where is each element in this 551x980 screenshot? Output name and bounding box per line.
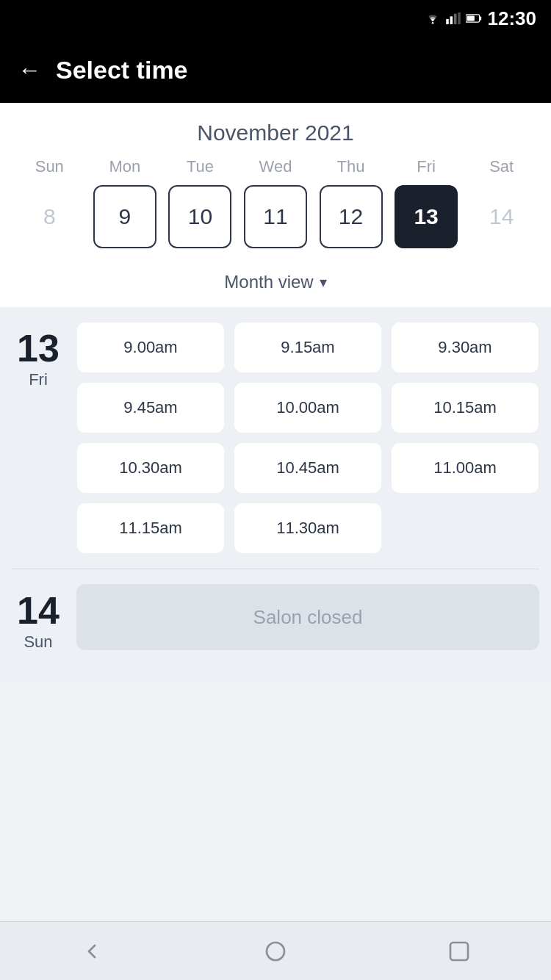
signal-icon xyxy=(445,12,461,24)
weekday-sat: Sat xyxy=(469,157,535,176)
time-slot-945am[interactable]: 9.45am xyxy=(76,382,225,433)
nav-recent-button[interactable] xyxy=(446,938,472,965)
salon-closed-label: Salon closed xyxy=(253,606,363,629)
status-icons xyxy=(425,12,482,24)
weekday-tue: Tue xyxy=(167,157,233,176)
day-14-row: 14 Sun Salon closed xyxy=(12,584,539,652)
weekday-sun: Sun xyxy=(16,157,82,176)
svg-rect-6 xyxy=(479,16,481,20)
date-cell-9[interactable]: 9 xyxy=(93,185,156,248)
weekday-mon: Mon xyxy=(92,157,158,176)
date-cell-8[interactable]: 8 xyxy=(18,185,81,248)
page-title: Select time xyxy=(56,56,188,84)
weekday-fri: Fri xyxy=(393,157,459,176)
recent-nav-icon xyxy=(447,940,471,963)
svg-rect-9 xyxy=(450,943,468,960)
month-view-label: Month view xyxy=(224,272,313,292)
slots-section: 13 Fri 9.00am 9.15am 9.30am 9.45am 10.00… xyxy=(0,307,551,681)
day-13-number: 13 xyxy=(17,329,60,367)
back-button[interactable]: ← xyxy=(18,58,41,82)
day-13-row: 13 Fri 9.00am 9.15am 9.30am 9.45am 10.00… xyxy=(12,322,539,554)
dates-row: 8 9 10 11 12 13 14 xyxy=(12,185,539,260)
date-cell-11[interactable]: 11 xyxy=(244,185,307,248)
date-cell-12[interactable]: 12 xyxy=(320,185,383,248)
nav-bar xyxy=(0,921,551,980)
home-nav-icon xyxy=(264,940,287,963)
time-slot-1115am[interactable]: 11.15am xyxy=(76,502,225,554)
svg-rect-1 xyxy=(446,19,449,24)
back-nav-icon xyxy=(80,940,104,963)
nav-home-button[interactable] xyxy=(262,938,289,965)
svg-rect-3 xyxy=(453,14,456,24)
day-14-number: 14 xyxy=(17,591,60,630)
month-view-toggle[interactable]: Month view ▾ xyxy=(0,260,551,307)
time-slot-930am[interactable]: 9.30am xyxy=(391,322,539,373)
time-slot-1000am[interactable]: 10.00am xyxy=(234,382,382,433)
date-cell-10[interactable]: 10 xyxy=(168,185,231,248)
battery-icon xyxy=(466,12,482,24)
weekday-wed: Wed xyxy=(242,157,309,176)
svg-rect-4 xyxy=(458,12,461,24)
time-slot-1100am[interactable]: 11.00am xyxy=(391,442,539,494)
status-bar: 12:30 xyxy=(0,0,551,37)
wifi-icon xyxy=(425,12,441,24)
weekday-thu: Thu xyxy=(318,157,384,176)
date-cell-14[interactable]: 14 xyxy=(470,185,533,248)
svg-point-0 xyxy=(431,22,433,24)
svg-rect-2 xyxy=(450,16,453,24)
time-slot-1015am[interactable]: 10.15am xyxy=(391,382,539,433)
chevron-down-icon: ▾ xyxy=(320,273,327,291)
time-slot-1030am[interactable]: 10.30am xyxy=(76,442,225,494)
nav-back-button[interactable] xyxy=(79,938,105,965)
salon-closed-box: Salon closed xyxy=(76,584,539,650)
day-13-slots-grid: 9.00am 9.15am 9.30am 9.45am 10.00am 10.1… xyxy=(76,322,539,554)
svg-point-8 xyxy=(267,943,284,960)
time-slot-900am[interactable]: 9.00am xyxy=(76,322,225,373)
time-slot-1045am[interactable]: 10.45am xyxy=(234,442,382,494)
month-label: November 2021 xyxy=(12,120,539,145)
weekday-row: Sun Mon Tue Wed Thu Fri Sat xyxy=(12,157,539,176)
date-cell-13[interactable]: 13 xyxy=(395,185,458,248)
section-divider xyxy=(12,569,539,569)
calendar-section: November 2021 Sun Mon Tue Wed Thu Fri Sa… xyxy=(0,103,551,260)
app-header: ← Select time xyxy=(0,37,551,103)
time-slot-1130am[interactable]: 11.30am xyxy=(234,502,382,554)
day-13-info: 13 Fri xyxy=(12,322,65,554)
day-14-info: 14 Sun xyxy=(12,584,65,652)
day-13-name: Fri xyxy=(29,370,48,389)
day-14-name: Sun xyxy=(24,633,52,652)
time-slot-915am[interactable]: 9.15am xyxy=(234,322,382,373)
status-time: 12:30 xyxy=(488,7,537,30)
svg-rect-7 xyxy=(467,16,474,21)
